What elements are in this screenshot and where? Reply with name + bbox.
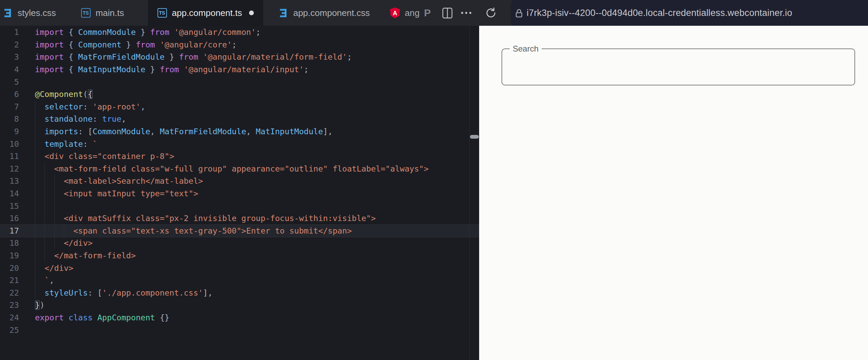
code-line-4: 4import { MatInputModule } from '@angula…	[0, 63, 479, 76]
line-number: 17	[0, 226, 19, 236]
code-token: ,	[49, 276, 54, 285]
code-text: `,	[19, 276, 54, 285]
code-token: `	[44, 276, 49, 285]
code-line-20: 20 </div>	[0, 262, 479, 274]
code-token: ],	[323, 127, 333, 136]
code-text: export class AppComponent {}	[19, 313, 169, 322]
code-token: </div>	[35, 238, 93, 248]
code-token: </mat-form-field>	[35, 251, 136, 260]
code-token: ,	[246, 127, 256, 136]
code-text: </div>	[19, 238, 93, 248]
code-token: <mat-form-field class="w-full group" app…	[35, 164, 429, 174]
code-line-3: 3import { MatFormFieldModule } from '@an…	[0, 51, 479, 63]
code-line-21: 21 `,	[0, 274, 479, 287]
search-field-label: Search	[510, 44, 542, 54]
code-token: ;	[304, 65, 308, 74]
line-number: 5	[0, 77, 19, 87]
code-text: </mat-form-field>	[19, 251, 136, 260]
tab-app.component.css[interactable]: app.component.css	[269, 0, 379, 26]
tab-app.component.ts[interactable]: TSapp.component.ts	[148, 0, 264, 26]
line-number: 23	[0, 300, 19, 310]
code-line-16: 16 <div matSuffix class="px-2 invisible …	[0, 212, 479, 225]
code-token: MatInputModule	[256, 127, 323, 136]
editor-scrollbar-track	[469, 26, 470, 360]
pane-divider-handle[interactable]	[470, 135, 479, 139]
typescript-icon: TS	[81, 8, 91, 18]
code-token: ,	[140, 102, 145, 112]
code-line-6: 6@Component({	[0, 88, 479, 101]
code-token: MatFormFieldModule	[160, 127, 246, 136]
overflow-menu-button[interactable]	[459, 0, 474, 26]
ellipsis-icon	[460, 11, 472, 15]
code-token: from	[136, 40, 155, 49]
code-line-2: 2import { Component } from '@angular/cor…	[0, 39, 479, 51]
tab-bar-tabs: styles.cssTSmain.tsTSapp.component.tsapp…	[0, 0, 379, 26]
code-lines: 1import { CommonModule } from '@angular/…	[0, 26, 479, 336]
code-token: }	[145, 65, 159, 74]
code-token: from	[160, 65, 179, 74]
code-text: </div>	[19, 263, 73, 273]
code-text: template: `	[19, 139, 97, 149]
line-number: 9	[0, 127, 19, 136]
code-token: <mat-label>Search</mat-label>	[35, 176, 203, 186]
code-text: @Component({	[19, 89, 93, 99]
code-token: {	[64, 52, 78, 62]
code-token: CommonModule	[93, 127, 150, 136]
code-token: template	[44, 139, 83, 149]
svg-text:A: A	[393, 10, 397, 17]
code-token: :	[83, 102, 92, 112]
code-token: class	[69, 313, 93, 322]
code-line-22: 22 styleUrls: ['./app.component.css'],	[0, 286, 479, 299]
code-token: }	[165, 52, 179, 62]
code-text: styleUrls: ['./app.component.css'],	[19, 288, 213, 298]
code-token: ,	[150, 127, 160, 136]
code-token: <div class="container p-8">	[35, 152, 174, 161]
code-text: selector: 'app-root',	[19, 102, 145, 112]
typescript-icon: TS	[157, 8, 167, 18]
code-token: : [	[78, 127, 92, 136]
code-token	[198, 52, 203, 62]
code-token: <div matSuffix class="px-2 invisible gro…	[35, 214, 376, 223]
code-text: <input matInput type="text">	[19, 189, 198, 198]
code-token: `	[93, 139, 97, 149]
code-token	[35, 102, 44, 112]
tab-main.ts[interactable]: TSmain.ts	[72, 0, 134, 26]
code-token: }	[136, 27, 150, 37]
code-text: <mat-form-field class="w-full group" app…	[19, 164, 429, 174]
tab-label: styles.css	[18, 8, 56, 18]
code-token: }	[121, 40, 136, 49]
code-token	[179, 65, 184, 74]
css-icon	[3, 8, 13, 18]
code-token	[35, 288, 44, 298]
line-number: 8	[0, 114, 19, 124]
code-editor[interactable]: 1import { CommonModule } from '@angular/…	[0, 26, 479, 360]
address-bar[interactable]: i7rk3p-isiv--4200--0d494d0e.local-creden…	[511, 0, 868, 26]
code-token: {	[64, 27, 78, 37]
code-token: MatFormFieldModule	[78, 52, 165, 62]
code-text: imports: [CommonModule, MatFormFieldModu…	[19, 127, 333, 136]
code-token	[35, 114, 44, 124]
code-token: ;	[256, 27, 261, 37]
code-token	[35, 139, 44, 149]
line-number: 22	[0, 288, 19, 298]
project-area[interactable]: A ang P	[390, 0, 431, 26]
tab-label: main.ts	[96, 8, 124, 18]
code-line-8: 8 standalone: true,	[0, 113, 479, 125]
search-input[interactable]	[510, 54, 848, 80]
code-token	[155, 40, 160, 49]
preview-pane: Search	[479, 26, 868, 360]
line-number: 16	[0, 214, 19, 223]
split-view-button[interactable]	[440, 0, 455, 26]
angular-icon: A	[390, 7, 400, 19]
code-token: '@angular/common'	[174, 27, 256, 37]
refresh-button[interactable]	[483, 0, 498, 26]
unsaved-dot	[249, 11, 254, 15]
code-token: '@angular/material/form-field'	[203, 52, 347, 62]
code-token: '@angular/core'	[160, 40, 232, 49]
code-text: import { MatInputModule } from '@angular…	[19, 65, 309, 74]
code-token: import	[35, 65, 64, 74]
tab-styles.css[interactable]: styles.css	[0, 0, 65, 26]
code-line-19: 19 </mat-form-field>	[0, 249, 479, 262]
code-token: 'app-root'	[93, 102, 140, 112]
code-token: Component	[78, 40, 121, 49]
